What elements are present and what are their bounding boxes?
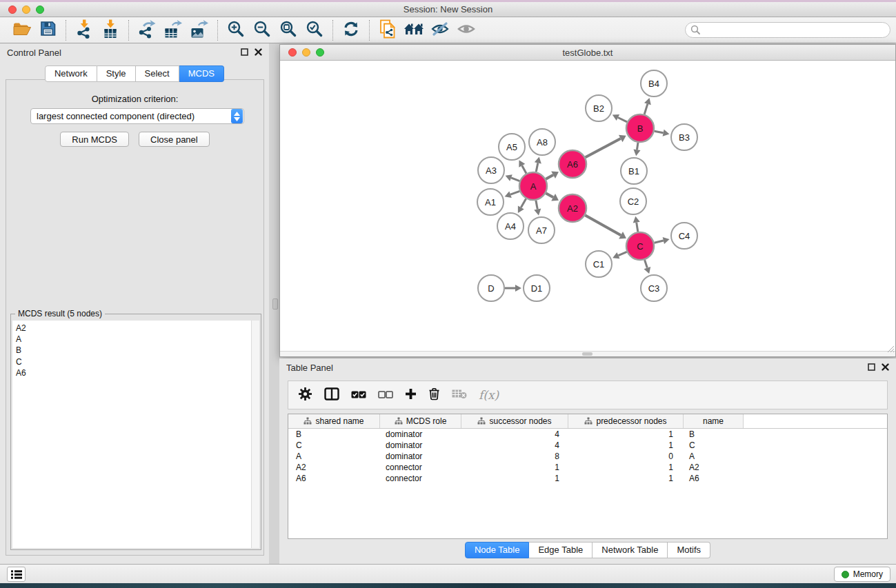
network-hscrollbar[interactable] bbox=[280, 351, 895, 356]
cell-mcds-role[interactable]: connector bbox=[380, 474, 461, 483]
cell-shared-name[interactable]: A bbox=[288, 452, 380, 461]
table-row[interactable]: A dominator 8 0 A bbox=[288, 451, 887, 462]
deselect-all-button[interactable] bbox=[378, 389, 393, 401]
cell-mcds-role[interactable]: connector bbox=[380, 463, 461, 472]
resize-grip-icon[interactable] bbox=[886, 343, 895, 356]
cell-name[interactable]: A6 bbox=[684, 474, 744, 483]
refresh-button[interactable] bbox=[339, 19, 363, 41]
graph-edge-A-A2[interactable] bbox=[546, 193, 553, 197]
column-header-successor-nodes[interactable]: successor nodes bbox=[461, 414, 568, 428]
tab-edge-table[interactable]: Edge Table bbox=[529, 542, 593, 558]
hide-selected-button[interactable] bbox=[428, 19, 452, 41]
result-scrollbar[interactable] bbox=[251, 321, 259, 548]
graph-node-C[interactable]: C bbox=[626, 232, 654, 260]
table-row[interactable]: B dominator 4 1 B bbox=[288, 429, 887, 440]
zoom-in-button[interactable] bbox=[224, 19, 248, 41]
show-all-button[interactable] bbox=[455, 19, 478, 41]
graph-edge-A6-B[interactable] bbox=[586, 139, 621, 157]
graph-edge-A-A6[interactable] bbox=[546, 175, 553, 179]
cell-predecessor-nodes[interactable]: 1 bbox=[568, 463, 684, 472]
graph-node-A8[interactable]: A8 bbox=[529, 129, 555, 155]
graph-node-A2[interactable]: A2 bbox=[559, 194, 586, 222]
network-hscroll-thumb[interactable] bbox=[582, 352, 593, 356]
network-canvas[interactable]: AA1A2A3A4A5A6A7A8BB1B2B3B4CC1C2C3C4DD1 bbox=[280, 61, 895, 351]
graph-node-A5[interactable]: A5 bbox=[499, 134, 525, 160]
table-settings-button[interactable] bbox=[298, 387, 312, 404]
graph-node-A4[interactable]: A4 bbox=[497, 213, 524, 239]
graph-edge-A-A1[interactable] bbox=[510, 191, 519, 194]
result-item[interactable]: A6 bbox=[16, 367, 259, 378]
cell-successor-nodes[interactable]: 8 bbox=[461, 452, 568, 461]
tab-select[interactable]: Select bbox=[136, 65, 179, 82]
table-row[interactable]: C dominator 4 1 C bbox=[288, 440, 887, 451]
graph-edge-B-B4[interactable] bbox=[644, 104, 648, 114]
graph-edge-A-A7[interactable] bbox=[536, 201, 537, 210]
cell-successor-nodes[interactable]: 4 bbox=[461, 429, 568, 439]
graph-node-A[interactable]: A bbox=[519, 172, 547, 200]
result-item[interactable]: A2 bbox=[16, 323, 259, 334]
network-close-button[interactable] bbox=[288, 48, 297, 57]
table-row[interactable]: A6 connector 1 1 A6 bbox=[288, 473, 887, 484]
result-item[interactable]: B bbox=[16, 345, 259, 356]
close-panel-icon[interactable] bbox=[882, 361, 889, 374]
show-columns-button[interactable] bbox=[324, 387, 339, 403]
minimize-window-button[interactable] bbox=[22, 6, 30, 14]
zoom-fit-button[interactable] bbox=[277, 19, 300, 41]
add-column-button[interactable] bbox=[405, 388, 417, 403]
cell-mcds-role[interactable]: dominator bbox=[380, 429, 461, 439]
zoom-out-button[interactable] bbox=[250, 19, 274, 41]
task-history-button[interactable] bbox=[7, 567, 26, 582]
tab-network[interactable]: Network bbox=[45, 65, 97, 82]
network-zoom-button[interactable] bbox=[316, 48, 324, 57]
graph-node-C1[interactable]: C1 bbox=[586, 251, 612, 277]
function-builder-button[interactable]: f(x) bbox=[479, 388, 499, 402]
close-panel-button[interactable]: Close panel bbox=[139, 132, 210, 147]
duplicate-network-button[interactable] bbox=[376, 19, 399, 41]
graph-edge-A2-C[interactable] bbox=[585, 215, 621, 235]
graph-node-D1[interactable]: D1 bbox=[524, 275, 550, 301]
delete-table-button[interactable] bbox=[452, 389, 467, 402]
cell-name[interactable]: B bbox=[684, 429, 744, 439]
cell-name[interactable]: A2 bbox=[684, 463, 744, 472]
cell-name[interactable]: A bbox=[684, 452, 744, 461]
network-graph[interactable]: AA1A2A3A4A5A6A7A8BB1B2B3B4CC1C2C3C4DD1 bbox=[280, 61, 895, 351]
cell-mcds-role[interactable]: dominator bbox=[380, 452, 461, 461]
table-row[interactable]: A2 connector 1 1 A2 bbox=[288, 462, 887, 473]
close-window-button[interactable] bbox=[8, 6, 17, 14]
import-network-button[interactable] bbox=[72, 19, 96, 41]
cell-predecessor-nodes[interactable]: 1 bbox=[568, 429, 684, 439]
cell-successor-nodes[interactable]: 1 bbox=[461, 463, 568, 472]
export-image-button[interactable] bbox=[188, 19, 211, 41]
tab-style[interactable]: Style bbox=[97, 65, 136, 82]
graph-node-B1[interactable]: B1 bbox=[621, 158, 647, 184]
graph-edge-A-A3[interactable] bbox=[511, 178, 519, 181]
cell-predecessor-nodes[interactable]: 1 bbox=[568, 474, 684, 483]
cell-successor-nodes[interactable]: 1 bbox=[461, 474, 568, 483]
search-input[interactable] bbox=[685, 22, 890, 38]
cell-name[interactable]: C bbox=[684, 440, 744, 450]
column-header-name[interactable]: name bbox=[684, 414, 744, 428]
delete-column-button[interactable] bbox=[428, 387, 440, 403]
tab-network-table[interactable]: Network Table bbox=[593, 542, 668, 558]
cell-mcds-role[interactable]: dominator bbox=[380, 440, 461, 450]
save-session-button[interactable] bbox=[36, 19, 59, 41]
memory-button[interactable]: Memory bbox=[834, 567, 890, 582]
graph-edge-A-A8[interactable] bbox=[536, 163, 538, 172]
network-minimize-button[interactable] bbox=[302, 48, 310, 57]
export-network-button[interactable] bbox=[135, 19, 159, 41]
open-session-button[interactable] bbox=[10, 19, 33, 41]
float-panel-icon[interactable] bbox=[241, 46, 248, 59]
cell-successor-nodes[interactable]: 4 bbox=[461, 440, 568, 450]
cell-predecessor-nodes[interactable]: 0 bbox=[568, 452, 684, 461]
graph-edge-B-B2[interactable] bbox=[618, 117, 627, 121]
graph-edge-B-B3[interactable] bbox=[655, 131, 664, 133]
column-header-shared-name[interactable]: shared name bbox=[288, 414, 380, 428]
zoom-selected-button[interactable] bbox=[303, 19, 326, 41]
graph-node-B4[interactable]: B4 bbox=[641, 70, 667, 97]
cell-shared-name[interactable]: C bbox=[288, 440, 380, 450]
mcds-result-list[interactable]: A2 A B C A6 bbox=[12, 321, 259, 548]
graph-edge-C-C3[interactable] bbox=[645, 260, 648, 268]
graph-node-A6[interactable]: A6 bbox=[559, 150, 586, 178]
graph-edge-C-C2[interactable] bbox=[637, 223, 638, 232]
column-header-predecessor-nodes[interactable]: predecessor nodes bbox=[568, 414, 684, 428]
